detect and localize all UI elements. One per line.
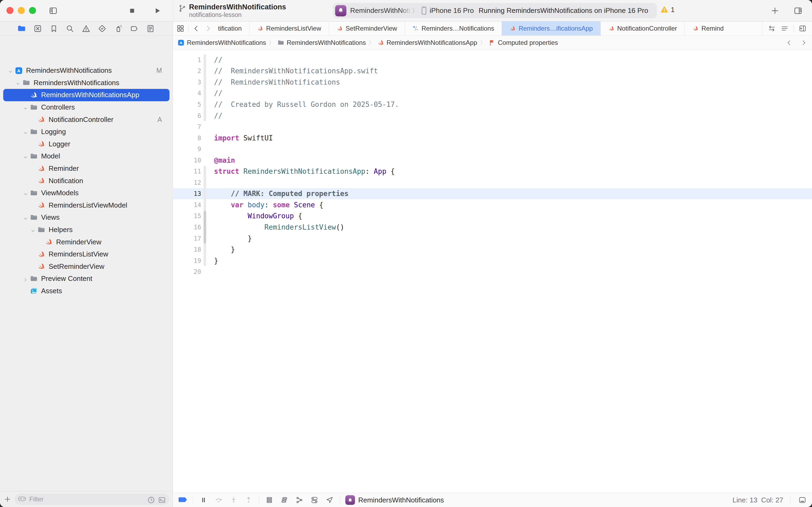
zoom-button[interactable]: [29, 7, 36, 14]
tree-item-logger[interactable]: Logger: [3, 138, 169, 150]
line-number[interactable]: 3: [173, 79, 203, 86]
code-line-1[interactable]: 1//: [173, 54, 812, 65]
line-number[interactable]: 18: [173, 246, 203, 253]
code-line-3[interactable]: 3// RemindersWithNotifications: [173, 76, 812, 88]
code-line-15[interactable]: 15 WindowGroup {: [173, 211, 812, 222]
memory-graph-button[interactable]: [280, 495, 289, 505]
tab-reminderslistview[interactable]: RemindersListView: [249, 21, 329, 36]
back-icon[interactable]: [192, 24, 200, 33]
forward-icon[interactable]: [204, 24, 212, 33]
tree-item-preview-content[interactable]: Preview Content: [3, 273, 169, 285]
breakpoints-navigator-button[interactable]: [129, 23, 139, 33]
recents-clock-icon[interactable]: [147, 496, 155, 502]
tab-tification[interactable]: tification: [217, 21, 249, 36]
source-control-navigator-button[interactable]: [33, 23, 43, 33]
tab-notificationcontroller[interactable]: NotificationController: [601, 21, 685, 36]
tree-item-reminderswithnotificationsapp[interactable]: RemindersWithNotificationsApp: [3, 89, 169, 101]
environment-overrides-button[interactable]: [309, 495, 319, 505]
tab-setreminderview[interactable]: SetReminderView: [329, 21, 405, 36]
code-line-4[interactable]: 4//: [173, 88, 812, 99]
previous-issue-icon[interactable]: [786, 39, 793, 46]
add-editor-icon[interactable]: [799, 24, 807, 33]
run-destination[interactable]: iPhone 16 Pro: [421, 6, 474, 15]
code-line-13[interactable]: 13 // MARK: Computed properties: [173, 188, 812, 200]
tree-item-model[interactable]: Model: [3, 150, 169, 163]
tree-item-helpers[interactable]: Helpers: [3, 224, 169, 236]
code-line-2[interactable]: 2// RemindersWithNotificationsApp.swift: [173, 65, 812, 77]
code-review-icon[interactable]: [768, 24, 776, 33]
line-number[interactable]: 6: [173, 112, 203, 119]
chevron-down-icon[interactable]: [29, 227, 37, 233]
code-line-6[interactable]: 6//: [173, 110, 812, 121]
stop-button[interactable]: [126, 0, 138, 21]
related-items-icon[interactable]: [176, 24, 184, 33]
inspector-toggle-button[interactable]: [792, 0, 805, 21]
line-number[interactable]: 7: [173, 123, 203, 130]
step-over-button[interactable]: [214, 495, 223, 505]
chevron-down-icon[interactable]: [14, 80, 22, 86]
chevron-down-icon[interactable]: [6, 68, 14, 73]
breadcrumb-segment[interactable]: Computed properties: [488, 39, 558, 47]
code-line-17[interactable]: 17 }: [173, 233, 812, 244]
close-button[interactable]: [6, 7, 13, 14]
line-number[interactable]: 2: [173, 67, 203, 74]
chevron-right-icon[interactable]: [21, 276, 30, 282]
breadcrumb-segment[interactable]: RemindersWithNotifications: [277, 39, 366, 47]
line-number[interactable]: 8: [173, 134, 203, 142]
breadcrumb-segment[interactable]: RemindersWithNotifications: [177, 39, 266, 47]
line-number[interactable]: 15: [173, 212, 203, 219]
reports-navigator-button[interactable]: [146, 23, 155, 33]
step-into-button[interactable]: [229, 495, 238, 505]
code-line-9[interactable]: 9: [173, 144, 812, 155]
line-number[interactable]: 20: [173, 268, 203, 275]
debug-graph-button[interactable]: [295, 495, 304, 505]
breadcrumb-segment[interactable]: RemindersWithNotificationsApp: [377, 39, 477, 47]
line-number[interactable]: 19: [173, 257, 203, 264]
tests-navigator-button[interactable]: [97, 23, 107, 33]
source-editor[interactable]: 1//2// RemindersWithNotificationsApp.swi…: [173, 50, 812, 493]
line-number[interactable]: 13: [173, 190, 203, 197]
code-line-5[interactable]: 5// Created by Russell Gordon on 2025-05…: [173, 99, 812, 110]
code-line-19[interactable]: 19}: [173, 255, 812, 266]
scheme-selector[interactable]: RemindersWithNotificati: [350, 6, 411, 15]
sidebar-toggle-button[interactable]: [47, 0, 59, 21]
code-line-20[interactable]: 20: [173, 266, 812, 277]
tree-item-assets[interactable]: Assets: [3, 285, 169, 297]
running-process-indicator[interactable]: RemindersWithNotifications: [345, 495, 444, 505]
line-number[interactable]: 11: [173, 168, 203, 175]
filter-menu-icon[interactable]: [18, 496, 26, 502]
step-out-button[interactable]: [244, 495, 253, 505]
code-line-18[interactable]: 18 }: [173, 244, 812, 255]
tree-item-reminderslistview[interactable]: RemindersListView: [3, 248, 169, 261]
line-number[interactable]: 4: [173, 90, 203, 97]
add-tab-button[interactable]: [768, 0, 781, 21]
code-line-11[interactable]: 11struct RemindersWithNotificationsApp: …: [173, 166, 812, 177]
code-line-10[interactable]: 10@main: [173, 155, 812, 166]
line-number[interactable]: 5: [173, 101, 203, 108]
chevron-down-icon[interactable]: [21, 190, 30, 196]
debug-navigator-button[interactable]: [113, 23, 123, 33]
chevron-down-icon[interactable]: [21, 129, 30, 135]
line-number[interactable]: 9: [173, 146, 203, 153]
flagged-filter-icon[interactable]: [158, 496, 166, 502]
line-number[interactable]: 17: [173, 235, 203, 242]
find-navigator-button[interactable]: [65, 23, 75, 33]
line-number[interactable]: 10: [173, 157, 203, 164]
tree-item-logging[interactable]: Logging: [3, 126, 169, 138]
tree-item-viewmodels[interactable]: ViewModels: [3, 187, 169, 199]
code-line-7[interactable]: 7: [173, 121, 812, 132]
code-line-8[interactable]: 8import SwiftUI: [173, 132, 812, 144]
bookmarks-navigator-button[interactable]: [49, 23, 59, 33]
tree-item-notificationcontroller[interactable]: NotificationControllerA: [3, 113, 169, 126]
tree-item-notification[interactable]: Notification: [3, 175, 169, 187]
tree-item-reminderswithnotifications[interactable]: RemindersWithNotifications: [3, 77, 169, 89]
tree-item-reminderslistviewmodel[interactable]: RemindersListViewModel: [3, 199, 169, 212]
line-number[interactable]: 14: [173, 202, 203, 208]
tree-item-reminderview[interactable]: ReminderView: [3, 236, 169, 248]
filter-input[interactable]: [29, 495, 144, 503]
code-line-16[interactable]: 16 RemindersListView(): [173, 222, 812, 233]
chevron-down-icon[interactable]: [21, 153, 30, 159]
line-number[interactable]: 16: [173, 224, 203, 231]
chevron-down-icon[interactable]: [21, 215, 30, 220]
minimize-button[interactable]: [18, 7, 25, 14]
